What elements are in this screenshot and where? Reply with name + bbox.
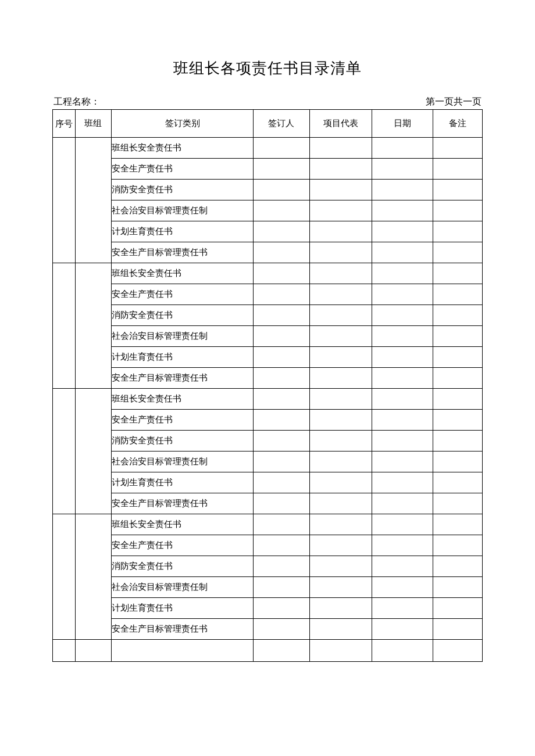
cell-category: 安全生产责任书 bbox=[111, 535, 254, 556]
cell-rep bbox=[309, 368, 372, 389]
cell-rep bbox=[309, 180, 372, 200]
table-empty-row bbox=[53, 640, 483, 662]
cell-rep bbox=[309, 577, 372, 598]
cell-date bbox=[372, 221, 433, 242]
table-row: 班组长安全责任书 bbox=[53, 138, 483, 159]
cell-date bbox=[372, 577, 433, 598]
cell-empty bbox=[254, 640, 309, 662]
cell-category: 计划生育责任书 bbox=[111, 472, 254, 493]
table-row: 安全生产责任书 bbox=[53, 535, 483, 556]
cell-category: 社会治安目标管理责任制 bbox=[111, 577, 254, 598]
cell-date bbox=[372, 326, 433, 347]
table-row: 消防安全责任书 bbox=[53, 180, 483, 200]
cell-signer bbox=[254, 242, 309, 263]
cell-date bbox=[372, 431, 433, 452]
cell-signer bbox=[254, 472, 309, 493]
header-rep: 项目代表 bbox=[309, 110, 372, 138]
document-title: 班组长各项责任书目录清单 bbox=[52, 58, 483, 78]
cell-rep bbox=[309, 410, 372, 431]
table-row: 班组长安全责任书 bbox=[53, 389, 483, 410]
cell-date bbox=[372, 556, 433, 577]
cell-team bbox=[75, 263, 111, 389]
cell-seq bbox=[53, 514, 76, 640]
cell-rep bbox=[309, 347, 372, 368]
cell-remark bbox=[433, 493, 483, 514]
table-row: 计划生育责任书 bbox=[53, 347, 483, 368]
table-row: 社会治安目标管理责任制 bbox=[53, 326, 483, 347]
cell-date bbox=[372, 389, 433, 410]
cell-category: 班组长安全责任书 bbox=[111, 514, 254, 535]
cell-rep bbox=[309, 493, 372, 514]
cell-rep bbox=[309, 200, 372, 221]
table-header-row: 序号 班组 签订类别 签订人 项目代表 日期 备注 bbox=[53, 110, 483, 138]
cell-date bbox=[372, 138, 433, 159]
cell-signer bbox=[254, 221, 309, 242]
table-row: 安全生产责任书 bbox=[53, 410, 483, 431]
table-row: 安全生产目标管理责任书 bbox=[53, 619, 483, 640]
table-row: 安全生产目标管理责任书 bbox=[53, 242, 483, 263]
cell-seq bbox=[53, 263, 76, 389]
cell-seq bbox=[53, 389, 76, 514]
cell-signer bbox=[254, 284, 309, 305]
cell-remark bbox=[433, 431, 483, 452]
table-row: 安全生产责任书 bbox=[53, 159, 483, 180]
cell-date bbox=[372, 368, 433, 389]
cell-remark bbox=[433, 242, 483, 263]
cell-signer bbox=[254, 514, 309, 535]
cell-rep bbox=[309, 514, 372, 535]
page-info: 第一页共一页 bbox=[426, 96, 482, 108]
cell-date bbox=[372, 242, 433, 263]
table-row: 消防安全责任书 bbox=[53, 556, 483, 577]
header-remark: 备注 bbox=[433, 110, 483, 138]
cell-signer bbox=[254, 138, 309, 159]
table-row: 班组长安全责任书 bbox=[53, 263, 483, 284]
cell-signer bbox=[254, 263, 309, 284]
cell-remark bbox=[433, 305, 483, 326]
cell-rep bbox=[309, 535, 372, 556]
cell-rep bbox=[309, 263, 372, 284]
cell-category: 社会治安目标管理责任制 bbox=[111, 326, 254, 347]
cell-signer bbox=[254, 326, 309, 347]
cell-date bbox=[372, 514, 433, 535]
cell-category: 消防安全责任书 bbox=[111, 305, 254, 326]
cell-remark bbox=[433, 598, 483, 619]
cell-remark bbox=[433, 452, 483, 472]
table-row: 社会治安目标管理责任制 bbox=[53, 200, 483, 221]
cell-date bbox=[372, 180, 433, 200]
cell-rep bbox=[309, 284, 372, 305]
cell-signer bbox=[254, 347, 309, 368]
cell-rep bbox=[309, 619, 372, 640]
cell-category: 安全生产目标管理责任书 bbox=[111, 493, 254, 514]
cell-signer bbox=[254, 410, 309, 431]
cell-signer bbox=[254, 556, 309, 577]
cell-category: 消防安全责任书 bbox=[111, 556, 254, 577]
header-signer: 签订人 bbox=[254, 110, 309, 138]
cell-remark bbox=[433, 410, 483, 431]
cell-signer bbox=[254, 389, 309, 410]
cell-signer bbox=[254, 535, 309, 556]
cell-rep bbox=[309, 326, 372, 347]
table-row: 计划生育责任书 bbox=[53, 472, 483, 493]
cell-category: 消防安全责任书 bbox=[111, 180, 254, 200]
cell-rep bbox=[309, 472, 372, 493]
cell-signer bbox=[254, 493, 309, 514]
cell-empty bbox=[433, 640, 483, 662]
table-row: 社会治安目标管理责任制 bbox=[53, 577, 483, 598]
cell-rep bbox=[309, 305, 372, 326]
cell-team bbox=[75, 514, 111, 640]
cell-category: 安全生产责任书 bbox=[111, 159, 254, 180]
cell-date bbox=[372, 452, 433, 472]
cell-category: 班组长安全责任书 bbox=[111, 263, 254, 284]
cell-date bbox=[372, 619, 433, 640]
cell-category: 计划生育责任书 bbox=[111, 347, 254, 368]
header-team: 班组 bbox=[75, 110, 111, 138]
cell-empty bbox=[372, 640, 433, 662]
cell-rep bbox=[309, 221, 372, 242]
cell-remark bbox=[433, 159, 483, 180]
cell-signer bbox=[254, 200, 309, 221]
cell-remark bbox=[433, 472, 483, 493]
project-name-label: 工程名称： bbox=[54, 96, 100, 108]
cell-remark bbox=[433, 138, 483, 159]
cell-signer bbox=[254, 180, 309, 200]
cell-remark bbox=[433, 284, 483, 305]
